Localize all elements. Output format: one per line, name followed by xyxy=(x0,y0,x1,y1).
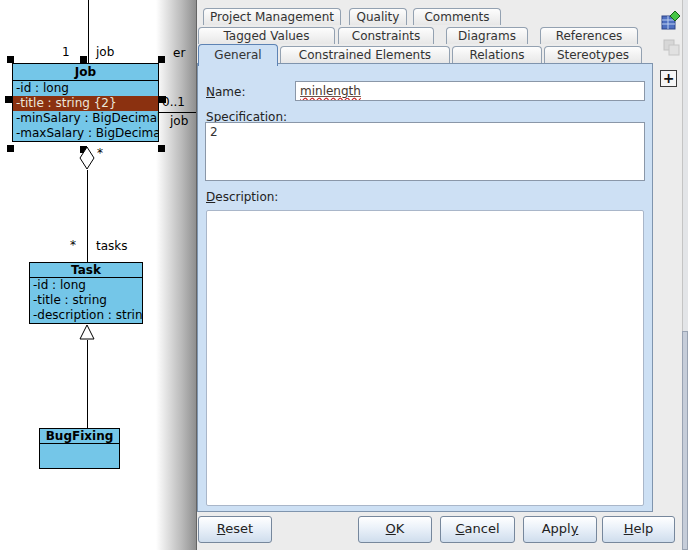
multiplicity-label: 1 xyxy=(62,46,70,59)
attribute-row[interactable]: -id : long xyxy=(30,278,142,293)
tab-relations[interactable]: Relations xyxy=(452,46,542,63)
label-underline xyxy=(158,112,196,113)
new-tagged-value-icon[interactable] xyxy=(661,10,681,30)
class-box-bugfixing[interactable]: BugFixing xyxy=(39,428,120,469)
disabled-delete-icon[interactable] xyxy=(661,37,681,57)
tab-project-management[interactable]: Project Management xyxy=(203,8,341,25)
tab-quality[interactable]: Quality xyxy=(349,8,407,25)
description-label: Description: xyxy=(206,190,278,204)
tab-comments[interactable]: Comments xyxy=(413,8,501,25)
tab-diagrams[interactable]: Diagrams xyxy=(446,27,528,44)
tab-constrained-elements[interactable]: Constrained Elements xyxy=(280,46,450,63)
role-label-job: job xyxy=(96,46,114,59)
tab-references[interactable]: References xyxy=(540,27,638,44)
tab-tagged-values[interactable]: Tagged Values xyxy=(198,27,335,44)
diagram-canvas[interactable]: 1 job er Job -id : long -title : string … xyxy=(0,0,196,550)
name-label: Name: xyxy=(206,85,245,99)
name-value: minlength xyxy=(300,84,361,98)
attribute-row-highlighted[interactable]: -title : string {2} xyxy=(13,96,158,111)
tab-general[interactable]: General xyxy=(198,44,278,66)
scrollbar-thumb[interactable] xyxy=(682,331,688,550)
tab-stereotypes[interactable]: Stereotypes xyxy=(544,46,642,63)
expand-button[interactable]: + xyxy=(660,70,677,87)
class-box-job[interactable]: Job -id : long -title : string {2} -minS… xyxy=(12,63,159,142)
selection-handle[interactable] xyxy=(158,56,165,63)
attribute-row[interactable]: -title : string xyxy=(30,293,142,308)
tab-constraints[interactable]: Constraints xyxy=(338,27,434,44)
clipped-role-label: er xyxy=(173,47,185,60)
association-line-top[interactable] xyxy=(88,0,89,63)
general-tab-panel: Name: minlength Specification: 2 Descrip… xyxy=(197,63,653,512)
selection-handle[interactable] xyxy=(7,145,14,152)
generalization-arrow[interactable] xyxy=(78,324,96,341)
class-title-job[interactable]: Job xyxy=(13,64,158,81)
apply-button[interactable]: Apply xyxy=(523,516,597,543)
class-box-task[interactable]: Task -id : long -title : string -descrip… xyxy=(29,262,143,324)
selection-handle[interactable] xyxy=(7,56,14,63)
generalization-line[interactable] xyxy=(87,340,88,428)
reset-button[interactable]: Reset xyxy=(198,516,272,543)
attribute-row[interactable]: -maxSalary : BigDecimal xyxy=(13,126,158,141)
application-window: 1 job er Job -id : long -title : string … xyxy=(0,0,688,550)
role-label-tasks: tasks xyxy=(96,240,128,253)
ok-button[interactable]: OK xyxy=(358,516,432,543)
role-label-job-right: job xyxy=(170,115,188,128)
multiplicity-label: * xyxy=(70,239,76,252)
cancel-button[interactable]: Cancel xyxy=(440,516,515,543)
attribute-row[interactable]: -minSalary : BigDecimal xyxy=(13,111,158,126)
class-title-bugfixing[interactable]: BugFixing xyxy=(40,429,119,444)
multiplicity-label: 0..1 xyxy=(162,96,185,109)
selection-handle[interactable] xyxy=(5,96,12,103)
aggregation-diamond[interactable] xyxy=(78,146,96,171)
name-input[interactable]: minlength xyxy=(295,81,645,101)
class-title-task[interactable]: Task xyxy=(30,263,142,278)
help-button[interactable]: Help xyxy=(602,516,675,543)
attribute-row[interactable]: -id : long xyxy=(13,81,158,96)
selection-handle[interactable] xyxy=(80,56,87,63)
plus-icon: + xyxy=(663,70,675,86)
association-line-tasks[interactable] xyxy=(87,170,88,263)
attribute-row[interactable]: -description : string xyxy=(30,308,142,323)
multiplicity-label: * xyxy=(97,147,103,160)
selection-handle[interactable] xyxy=(158,145,165,152)
specification-textarea[interactable]: 2 xyxy=(205,122,645,181)
description-textarea[interactable] xyxy=(206,210,644,506)
